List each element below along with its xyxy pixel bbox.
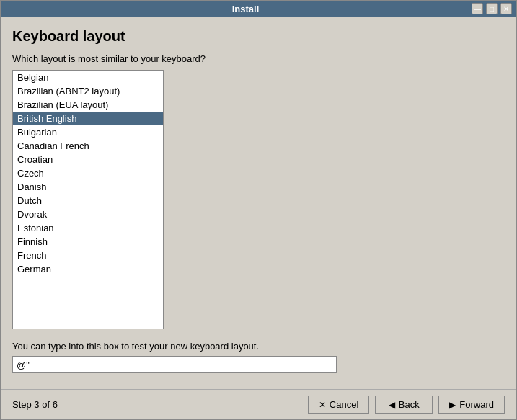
keyboard-test-input[interactable]	[12, 356, 337, 373]
back-label: Back	[399, 399, 420, 410]
keyboard-layout-listbox[interactable]: BelgianBrazilian (ABNT2 layout)Brazilian…	[13, 71, 163, 329]
list-item[interactable]: Czech	[13, 166, 163, 180]
footer-buttons: ✕ Cancel ◀ Back ▶ Forward	[308, 396, 505, 414]
back-button[interactable]: ◀ Back	[375, 396, 433, 414]
footer: Step 3 of 6 ✕ Cancel ◀ Back ▶ Forward	[1, 389, 516, 419]
list-item[interactable]: German	[13, 262, 163, 276]
list-item[interactable]: French	[13, 249, 163, 262]
titlebar: Install — □ ✕	[1, 1, 516, 17]
forward-label: Forward	[459, 399, 494, 410]
maximize-button[interactable]: □	[486, 3, 498, 14]
list-item[interactable]: Canadian French	[13, 139, 163, 153]
cancel-label: Cancel	[330, 399, 358, 410]
list-item[interactable]: Brazilian (ABNT2 layout)	[13, 84, 163, 98]
subtitle: Which layout is most similar to your key…	[12, 53, 505, 64]
cancel-button[interactable]: ✕ Cancel	[308, 396, 369, 414]
list-item[interactable]: Belgian	[13, 71, 163, 84]
cancel-icon: ✕	[319, 400, 326, 410]
list-item[interactable]: Finnish	[13, 235, 163, 249]
keyboard-layout-list-container: BelgianBrazilian (ABNT2 layout)Brazilian…	[12, 70, 164, 329]
minimize-button[interactable]: —	[472, 3, 483, 14]
list-item[interactable]: Dutch	[13, 194, 163, 207]
window-title: Install	[19, 4, 472, 14]
forward-button[interactable]: ▶ Forward	[438, 396, 505, 414]
list-item[interactable]: Brazilian (EUA layout)	[13, 98, 163, 112]
back-icon: ◀	[389, 400, 395, 410]
test-label: You can type into this box to test your …	[12, 341, 505, 352]
list-item[interactable]: British English	[13, 112, 163, 125]
close-button[interactable]: ✕	[500, 3, 512, 14]
list-item[interactable]: Bulgarian	[13, 125, 163, 139]
main-content: Keyboard layout Which layout is most sim…	[1, 17, 516, 389]
list-item[interactable]: Estonian	[13, 221, 163, 235]
list-item[interactable]: Dvorak	[13, 207, 163, 221]
list-item[interactable]: Danish	[13, 180, 163, 194]
list-item[interactable]: Croatian	[13, 153, 163, 166]
titlebar-buttons: — □ ✕	[472, 3, 512, 14]
forward-icon: ▶	[449, 400, 456, 410]
page-title: Keyboard layout	[12, 28, 505, 45]
step-label: Step 3 of 6	[12, 399, 58, 410]
main-window: Install — □ ✕ Keyboard layout Which layo…	[0, 0, 517, 420]
